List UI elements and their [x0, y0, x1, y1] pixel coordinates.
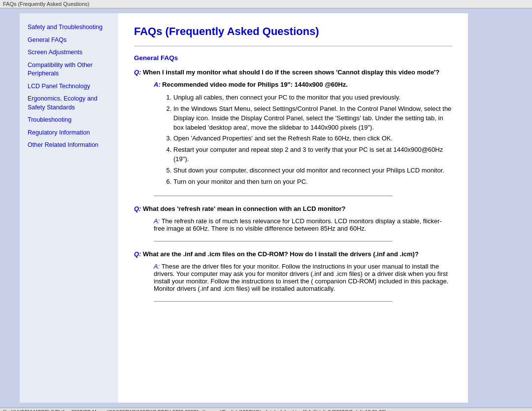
status-bar: file:///Hi/OEM.MODELS/Philips 2007/CD Ma…	[0, 408, 532, 411]
divider-3	[154, 301, 393, 302]
right-column	[468, 13, 527, 403]
question-2: Q: What does 'refresh rate' mean in conn…	[134, 205, 452, 212]
sidebar-regulatory[interactable]: Regulatory Information	[28, 129, 113, 137]
title-bar: FAQs (Frequently Asked Questions)	[0, 0, 532, 8]
left-column	[5, 13, 20, 403]
divider-2	[154, 241, 393, 241]
answer-text-2: A: The refresh rate is of much less rele…	[134, 217, 452, 232]
section-heading: General FAQs	[134, 54, 452, 62]
page-title: FAQs (Frequently Asked Questions)	[134, 25, 452, 38]
question-3: Q: What are the .inf and .icm files on t…	[134, 250, 452, 258]
sidebar-ergonomics[interactable]: Ergonomics, Ecology and Safety Standards	[28, 95, 113, 112]
step-1-2: In the Windows Start Menu, select Settin…	[173, 104, 452, 133]
sidebar-compatibility[interactable]: Compatibility with Other Peripherals	[28, 61, 113, 78]
sidebar-general-faqs[interactable]: General FAQs	[28, 36, 113, 45]
sidebar-other[interactable]: Other Related Information	[28, 141, 113, 150]
sidebar-safety[interactable]: Safety and Troubleshooting	[28, 23, 113, 32]
step-1-3: Open 'Advanced Properties' and set the R…	[173, 134, 452, 143]
step-1-6: Turn on your monitor and then turn on yo…	[173, 177, 452, 187]
divider-1	[154, 196, 393, 196]
step-1-4: Restart your computer and repeat step 2 …	[173, 145, 452, 164]
sidebar-screen-adjustments[interactable]: Screen Adjustments	[28, 48, 113, 57]
sidebar-troubleshooting[interactable]: Troubleshooting	[28, 116, 113, 125]
top-divider	[134, 46, 452, 46]
sidebar-lcd-panel[interactable]: LCD Panel Technology	[28, 82, 113, 91]
step-1-5: Shut down your computer, disconnect your…	[173, 166, 452, 175]
title-bar-text: FAQs (Frequently Asked Questions)	[3, 1, 89, 7]
answer-heading-1: A: Recommended video mode for Philips 19…	[134, 81, 452, 88]
question-1: Q: When I install my monitor what should…	[134, 68, 452, 76]
main-content: FAQs (Frequently Asked Questions)General…	[118, 13, 468, 403]
sidebar: Safety and TroubleshootingGeneral FAQsSc…	[20, 13, 118, 403]
steps-list-1: Unplug all cables, then connect your PC …	[134, 93, 452, 187]
step-1-1: Unplug all cables, then connect your PC …	[173, 93, 452, 103]
answer-text-3: A: These are the driver files for your m…	[134, 263, 452, 292]
